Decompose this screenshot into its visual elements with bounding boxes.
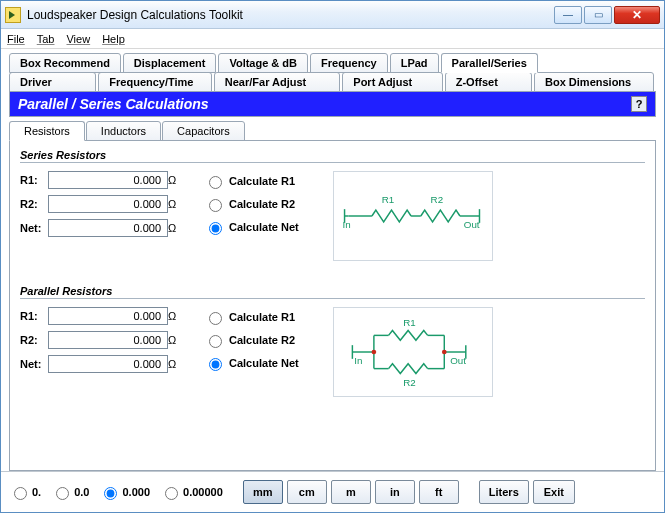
- series-calc-r2-radio[interactable]: Calculate R2: [204, 196, 299, 212]
- close-icon: ✕: [632, 8, 642, 22]
- panel-title-bar: Parallel / Series Calculations ?: [9, 91, 656, 117]
- series-section: R1: Ω R2: Ω Net: Ω Calculate R1 Calculat…: [20, 171, 645, 261]
- series-r1-unit: Ω: [168, 174, 186, 186]
- series-calc-net-radio[interactable]: Calculate Net: [204, 219, 299, 235]
- series-heading: Series Resistors: [20, 147, 645, 163]
- subtab-resistors[interactable]: Resistors: [9, 121, 85, 141]
- parallel-r2-input[interactable]: [48, 331, 168, 349]
- maximize-button[interactable]: ▭: [584, 6, 612, 24]
- menu-view[interactable]: View: [66, 33, 90, 45]
- unit-mm-button[interactable]: mm: [243, 480, 283, 504]
- node-dot-icon: [371, 350, 376, 355]
- precision-group: 0. 0.0 0.000 0.00000: [9, 484, 223, 500]
- series-diagram-in: In: [342, 219, 350, 230]
- parallel-r2-unit: Ω: [168, 334, 186, 346]
- unit-m-button[interactable]: m: [331, 480, 371, 504]
- close-button[interactable]: ✕: [614, 6, 660, 24]
- precision-00[interactable]: 0.0: [51, 484, 89, 500]
- tab-voltage-db[interactable]: Voltage & dB: [218, 53, 308, 73]
- parallel-r1-input[interactable]: [48, 307, 168, 325]
- tab-parallel-series[interactable]: Parallel/Series: [441, 53, 538, 73]
- parallel-calc-net-radio[interactable]: Calculate Net: [204, 355, 299, 371]
- parallel-diagram-r2: R2: [403, 377, 415, 388]
- series-diagram-out: Out: [464, 219, 480, 230]
- tabs-row-2: Driver Frequency/Time Near/Far Adjust Po…: [9, 72, 656, 92]
- action-buttons: Liters Exit: [479, 480, 575, 504]
- tab-displacement[interactable]: Displacement: [123, 53, 217, 73]
- parallel-diagram-r1: R1: [403, 317, 415, 328]
- minimize-button[interactable]: —: [554, 6, 582, 24]
- parallel-r1-unit: Ω: [168, 310, 186, 322]
- parallel-heading: Parallel Resistors: [20, 283, 645, 299]
- parallel-calc-r2-radio[interactable]: Calculate R2: [204, 332, 299, 348]
- help-button[interactable]: ?: [631, 96, 647, 112]
- series-r1-label: R1:: [20, 174, 48, 186]
- precision-000[interactable]: 0.000: [99, 484, 150, 500]
- parallel-net-input[interactable]: [48, 355, 168, 373]
- parallel-section: R1: Ω R2: Ω Net: Ω Calculate R1 Calculat…: [20, 307, 645, 397]
- window-controls: — ▭ ✕: [554, 6, 660, 24]
- series-net-label: Net:: [20, 222, 48, 234]
- tab-z-offset[interactable]: Z-Offset: [445, 72, 532, 92]
- menu-help[interactable]: Help: [102, 33, 125, 45]
- minimize-icon: —: [563, 9, 573, 20]
- subpanel: Series Resistors R1: Ω R2: Ω Net: Ω Calc…: [9, 140, 656, 471]
- tab-driver[interactable]: Driver: [9, 72, 96, 92]
- tab-box-recommend[interactable]: Box Recommend: [9, 53, 121, 73]
- unit-ft-button[interactable]: ft: [419, 480, 459, 504]
- unit-buttons: mm cm m in ft: [243, 480, 459, 504]
- parallel-net-label: Net:: [20, 358, 48, 370]
- series-diagram-r1: R1: [381, 194, 393, 205]
- liters-button[interactable]: Liters: [479, 480, 529, 504]
- parallel-r1-label: R1:: [20, 310, 48, 322]
- app-icon: [5, 7, 21, 23]
- tab-box-dimensions[interactable]: Box Dimensions: [534, 72, 654, 92]
- titlebar: Loudspeaker Design Calculations Toolkit …: [1, 1, 664, 29]
- series-net-unit: Ω: [168, 222, 186, 234]
- unit-cm-button[interactable]: cm: [287, 480, 327, 504]
- parallel-diagram: In R1 R2 Out: [333, 307, 493, 397]
- parallel-net-unit: Ω: [168, 358, 186, 370]
- series-r2-input[interactable]: [48, 195, 168, 213]
- tab-frequency[interactable]: Frequency: [310, 53, 388, 73]
- series-r1-input[interactable]: [48, 171, 168, 189]
- subtab-capacitors[interactable]: Capacitors: [162, 121, 245, 141]
- content-area: Box Recommend Displacement Voltage & dB …: [1, 49, 664, 471]
- subtab-inductors[interactable]: Inductors: [86, 121, 161, 141]
- series-net-input[interactable]: [48, 219, 168, 237]
- menu-tab[interactable]: Tab: [37, 33, 55, 45]
- tab-near-far-adjust[interactable]: Near/Far Adjust: [214, 72, 341, 92]
- app-window: Loudspeaker Design Calculations Toolkit …: [0, 0, 665, 513]
- series-diagram: In R1 R2 Out: [333, 171, 493, 261]
- parallel-diagram-in: In: [354, 355, 362, 366]
- series-diagram-r2: R2: [430, 194, 442, 205]
- parallel-radios: Calculate R1 Calculate R2 Calculate Net: [204, 307, 299, 371]
- series-calc-r1-radio[interactable]: Calculate R1: [204, 173, 299, 189]
- series-r2-unit: Ω: [168, 198, 186, 210]
- subtabs: Resistors Inductors Capacitors: [9, 121, 656, 141]
- window-title: Loudspeaker Design Calculations Toolkit: [27, 8, 243, 22]
- precision-00000[interactable]: 0.00000: [160, 484, 223, 500]
- panel-title: Parallel / Series Calculations: [18, 96, 209, 112]
- parallel-fields: R1: Ω R2: Ω Net: Ω: [20, 307, 186, 373]
- footer: 0. 0.0 0.000 0.00000 mm cm m in ft Liter…: [1, 471, 664, 512]
- exit-button[interactable]: Exit: [533, 480, 575, 504]
- tab-lpad[interactable]: LPad: [390, 53, 439, 73]
- tab-port-adjust[interactable]: Port Adjust: [342, 72, 442, 92]
- series-radios: Calculate R1 Calculate R2 Calculate Net: [204, 171, 299, 235]
- maximize-icon: ▭: [594, 9, 603, 20]
- parallel-diagram-out: Out: [450, 355, 466, 366]
- menubar: File Tab View Help: [1, 29, 664, 49]
- menu-file[interactable]: File: [7, 33, 25, 45]
- parallel-calc-r1-radio[interactable]: Calculate R1: [204, 309, 299, 325]
- unit-in-button[interactable]: in: [375, 480, 415, 504]
- series-fields: R1: Ω R2: Ω Net: Ω: [20, 171, 186, 237]
- tabs-row-1: Box Recommend Displacement Voltage & dB …: [9, 53, 656, 73]
- node-dot-icon: [442, 350, 447, 355]
- precision-0[interactable]: 0.: [9, 484, 41, 500]
- series-r2-label: R2:: [20, 198, 48, 210]
- parallel-r2-label: R2:: [20, 334, 48, 346]
- tab-frequency-time[interactable]: Frequency/Time: [98, 72, 211, 92]
